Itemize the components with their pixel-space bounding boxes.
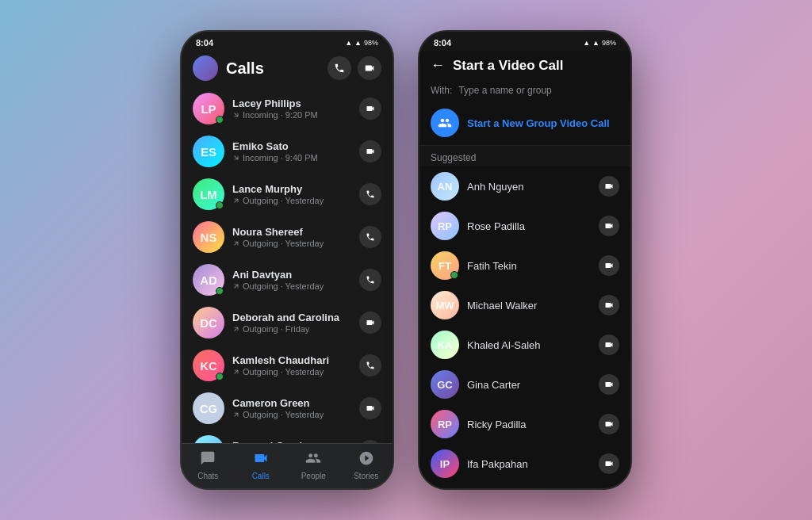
suggested-name: Khaled Al-Saleh xyxy=(467,339,599,351)
contact-detail: Incoming · 9:40 PM xyxy=(232,153,359,162)
nav-item-stories[interactable]: Stories xyxy=(340,444,393,488)
suggested-name: Rose Padilla xyxy=(467,220,599,232)
search-input[interactable]: Type a name or group xyxy=(458,85,619,96)
suggested-item[interactable]: RP Ricky Padilla xyxy=(419,404,630,444)
suggested-item[interactable]: MR Marissa Richmond xyxy=(419,484,630,488)
contact-avatar: KC xyxy=(193,350,224,381)
avatar-face: GC xyxy=(431,370,459,399)
avatar-face: CG xyxy=(193,392,224,424)
profile-avatar[interactable] xyxy=(193,55,218,81)
video-call-suggested-button[interactable] xyxy=(599,335,619,355)
contact-item[interactable]: CG Cameron Green Outgoing · Yesterday xyxy=(182,387,393,430)
contact-name: Deborah and Carolina xyxy=(232,312,359,323)
suggested-item[interactable]: GC Gina Carter xyxy=(419,365,630,404)
video-call-suggested-button[interactable] xyxy=(599,216,619,236)
status-icons-2: ▲ ▲ 98% xyxy=(583,39,616,47)
avatar-face: NS xyxy=(193,221,224,253)
call-action-button[interactable] xyxy=(359,397,381,419)
video-call-suggested-button[interactable] xyxy=(599,176,619,197)
call-action-button[interactable] xyxy=(359,226,381,248)
suggested-name-container: Rose Padilla xyxy=(467,220,599,232)
contact-item[interactable]: NS Noura Shereef Outgoing · Yesterday xyxy=(182,216,393,258)
group-icon xyxy=(431,109,459,137)
video-call-suggested-button[interactable] xyxy=(599,374,619,395)
back-button[interactable]: ← xyxy=(431,57,445,74)
suggested-name: Ricky Padilla xyxy=(467,419,599,430)
status-time-1: 8:04 xyxy=(196,38,213,48)
suggested-name-container: Fatih Tekin xyxy=(467,260,599,272)
status-time-2: 8:04 xyxy=(434,38,451,48)
contact-name: Lance Murphy xyxy=(232,183,359,195)
suggested-name: Anh Nguyen xyxy=(467,181,599,193)
wifi-icon: ▲ xyxy=(354,39,362,47)
contact-item[interactable]: LP Lacey Phillips Incoming · 9:20 PM xyxy=(182,87,393,130)
phone-2: 8:04 ▲ ▲ 98% ← Start a Video Call With: … xyxy=(418,30,632,490)
call-action-button[interactable] xyxy=(359,440,381,443)
call-action-button[interactable] xyxy=(359,183,381,205)
nav-item-calls[interactable]: Calls xyxy=(235,444,288,488)
chats-nav-label: Chats xyxy=(197,472,218,480)
suggested-item[interactable]: RP Rose Padilla xyxy=(419,206,630,246)
suggested-name-container: Gina Carter xyxy=(467,379,599,391)
suggested-item[interactable]: MW Michael Walker xyxy=(419,285,630,325)
contact-item[interactable]: KC Kamlesh Chaudhari Outgoing · Yesterda… xyxy=(182,344,393,387)
suggested-avatar: KA xyxy=(431,331,459,359)
contact-avatar: LM xyxy=(193,178,224,210)
suggested-avatar: RP xyxy=(431,410,459,438)
contact-name: Lacey Phillips xyxy=(232,98,359,109)
suggested-item[interactable]: IP Ifa Pakpahan xyxy=(419,444,630,484)
suggested-item[interactable]: KA Khaled Al-Saleh xyxy=(419,325,630,365)
people-nav-icon xyxy=(305,450,321,470)
contact-name: Emiko Sato xyxy=(232,140,359,152)
contact-avatar: RG xyxy=(193,435,224,443)
contact-avatar: LP xyxy=(193,93,224,124)
suggested-item[interactable]: FT Fatih Tekin xyxy=(419,246,630,285)
video-call-suggested-button[interactable] xyxy=(599,414,619,434)
call-action-button[interactable] xyxy=(359,98,381,120)
nav-item-chats[interactable]: Chats xyxy=(182,444,235,488)
contact-item[interactable]: RG Rommel Garcia Missed xyxy=(182,430,393,443)
chats-nav-icon xyxy=(200,450,216,470)
header-icons xyxy=(327,56,381,80)
video-call-suggested-button[interactable] xyxy=(599,295,619,315)
contact-info: Emiko Sato Incoming · 9:40 PM xyxy=(232,140,359,162)
contact-item[interactable]: ES Emiko Sato Incoming · 9:40 PM xyxy=(182,130,393,173)
calls-nav-icon xyxy=(253,450,269,470)
avatar-face: IP xyxy=(431,449,459,478)
suggested-avatar: MW xyxy=(431,291,459,319)
app-header-1: Calls xyxy=(182,51,393,87)
group-video-call-button[interactable]: Start a New Group Video Call xyxy=(419,101,630,146)
group-video-label: Start a New Group Video Call xyxy=(467,117,610,129)
avatar-face: RG xyxy=(193,435,224,443)
battery-icon: 98% xyxy=(364,39,378,47)
avatar-face: DC xyxy=(193,307,224,338)
call-action-button[interactable] xyxy=(359,269,381,291)
app-header-left: Calls xyxy=(193,55,264,81)
online-indicator xyxy=(216,373,224,380)
suggested-item[interactable]: AN Anh Nguyen xyxy=(419,166,630,206)
call-action-button[interactable] xyxy=(359,354,381,377)
online-indicator xyxy=(216,287,224,295)
contact-detail: Outgoing · Yesterday xyxy=(232,239,359,248)
suggested-name-container: Ricky Padilla xyxy=(467,419,599,430)
avatar-face: KA xyxy=(431,331,459,359)
contact-info: Lacey Phillips Incoming · 9:20 PM xyxy=(232,98,359,120)
nav-item-people[interactable]: People xyxy=(287,444,340,488)
call-action-button[interactable] xyxy=(359,140,381,162)
phone-call-button[interactable] xyxy=(327,56,351,80)
contact-info: Ani Davtyan Outgoing · Yesterday xyxy=(232,269,359,291)
video-call-suggested-button[interactable] xyxy=(599,255,619,276)
contact-item[interactable]: DC Deborah and Carolina Outgoing · Frida… xyxy=(182,301,393,344)
contact-item[interactable]: LM Lance Murphy Outgoing · Yesterday xyxy=(182,173,393,216)
contact-name: Noura Shereef xyxy=(232,226,359,238)
search-label: With: xyxy=(431,85,452,96)
video-call-button[interactable] xyxy=(358,56,381,80)
suggested-name-container: Ifa Pakpahan xyxy=(467,458,599,470)
call-action-button[interactable] xyxy=(359,312,381,334)
contact-info: Lance Murphy Outgoing · Yesterday xyxy=(232,183,359,205)
bottom-nav: Chats Calls People Stories xyxy=(182,443,393,488)
page-title: Calls xyxy=(226,59,264,78)
battery-icon-2: 98% xyxy=(602,39,616,47)
contact-item[interactable]: AD Ani Davtyan Outgoing · Yesterday xyxy=(182,258,393,301)
video-call-suggested-button[interactable] xyxy=(599,453,619,474)
